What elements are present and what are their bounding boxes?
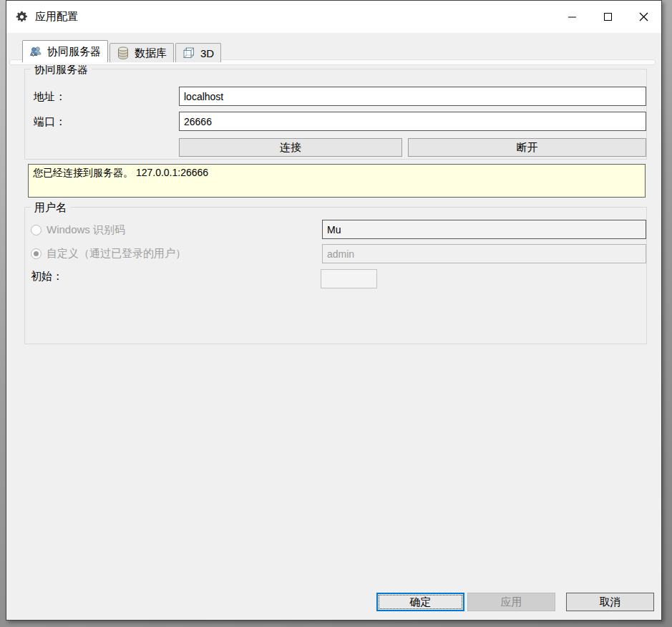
username-group-legend: 用户名 — [31, 200, 70, 214]
tab-label: 数据库 — [135, 47, 167, 60]
connection-status-message: 您已经连接到服务器。 127.0.0.1:26666 — [28, 164, 646, 198]
radio-custom-user[interactable]: 自定义（通过已登录的用户） — [31, 247, 186, 261]
port-label: 端口： — [34, 115, 66, 129]
close-icon — [639, 12, 648, 21]
window-controls — [554, 1, 661, 33]
tab-collab-server[interactable]: 协同服务器 — [22, 40, 108, 62]
titlebar: 应用配置 — [6, 1, 661, 33]
connect-button[interactable]: 连接 — [179, 138, 402, 157]
cancel-button[interactable]: 取消 — [566, 593, 654, 611]
app-config-dialog: 应用配置 协同服务器 — [6, 0, 662, 621]
users-icon — [29, 45, 42, 58]
radio-circle-windows — [31, 225, 42, 235]
window-title: 应用配置 — [35, 10, 78, 24]
server-groupbox: 协同服务器 地址： 端口： 连接 断开 — [24, 69, 647, 160]
tab-database[interactable]: 数据库 — [109, 43, 174, 62]
cube-icon — [182, 47, 195, 59]
ok-button[interactable]: 确定 — [376, 593, 464, 611]
gear-icon — [16, 11, 28, 23]
address-label: 地址： — [34, 90, 66, 104]
radio-circle-custom — [31, 248, 42, 259]
tab-label: 3D — [200, 47, 214, 59]
maximize-icon — [603, 12, 613, 21]
tab-bar: 协同服务器 数据库 3D — [22, 40, 223, 62]
initial-input[interactable] — [321, 269, 377, 288]
custom-user-input — [322, 244, 646, 263]
radio-windows-label: Windows 识别码 — [47, 223, 125, 237]
minimize-icon — [568, 12, 577, 21]
port-input[interactable] — [179, 112, 646, 131]
address-input[interactable] — [179, 87, 646, 106]
radio-windows-id[interactable]: Windows 识别码 — [31, 223, 125, 237]
initial-label: 初始： — [31, 270, 63, 283]
maximize-button[interactable] — [590, 1, 625, 33]
disconnect-button[interactable]: 断开 — [408, 138, 646, 157]
username-groupbox: 用户名 Windows 识别码 自定义（通过已登录的用户） 初始： — [24, 207, 647, 344]
minimize-button[interactable] — [554, 1, 590, 33]
tab-3d[interactable]: 3D — [175, 43, 221, 62]
close-button[interactable] — [625, 1, 661, 33]
windows-id-input[interactable] — [322, 220, 646, 239]
radio-custom-label: 自定义（通过已登录的用户） — [47, 247, 186, 261]
database-icon — [117, 47, 130, 59]
apply-button: 应用 — [467, 593, 555, 611]
tab-label: 协同服务器 — [47, 45, 101, 59]
